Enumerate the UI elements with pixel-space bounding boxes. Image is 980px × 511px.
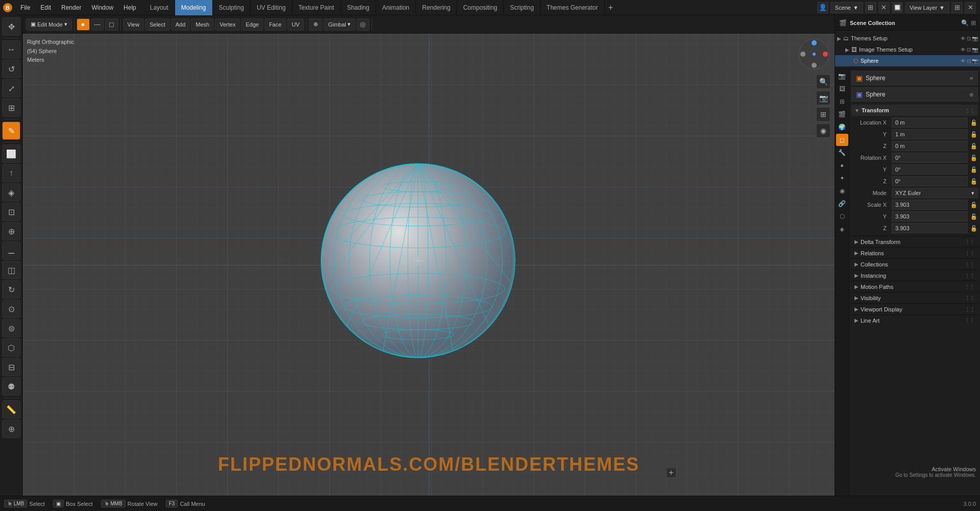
scene-selector[interactable]: Scene ▼ — [830, 2, 863, 13]
image-themes-hide-icon[interactable]: ⊡ — [967, 47, 971, 53]
object-name-field[interactable]: ▣ Sphere ✕ — [851, 71, 978, 85]
rotation-y-input[interactable]: 0° — [892, 164, 968, 175]
location-z-lock-icon[interactable]: 🔓 — [970, 142, 978, 150]
transform-menu-icon[interactable]: ⋮⋮ — [965, 108, 975, 113]
material-props-btn[interactable]: ◈ — [836, 223, 848, 235]
inset-tool-btn[interactable]: ◈ — [2, 183, 20, 202]
scene-sort-icon[interactable]: ⊞ — [971, 19, 976, 27]
scale-tool-btn[interactable]: ⤢ — [2, 79, 20, 98]
bevel-tool-btn[interactable]: ⊡ — [2, 203, 20, 221]
camera-view-btn[interactable]: 📷 — [816, 91, 830, 105]
sphere-hide-icon[interactable]: ⊡ — [967, 58, 971, 64]
smooth-btn[interactable]: ⊙ — [2, 300, 20, 318]
collections-section[interactable]: ▶ Collections ⋮⋮ — [851, 258, 978, 270]
motion-paths-menu-icon[interactable]: ⋮⋮ — [965, 284, 975, 289]
shear-btn[interactable]: ⊟ — [2, 358, 20, 376]
scale-y-lock-icon[interactable]: 🔓 — [970, 212, 978, 221]
rotation-mode-select[interactable]: XYZ Euler ▾ — [892, 188, 978, 198]
add-workspace-tab-button[interactable]: + — [605, 0, 617, 15]
rotation-x-input[interactable]: 0° — [892, 153, 968, 163]
themes-setup-render-icon[interactable]: 📷 — [972, 36, 978, 41]
cursor-tool-btn[interactable]: ✥ — [2, 17, 20, 36]
sphere-render-icon[interactable]: 📷 — [972, 58, 978, 64]
themes-setup-row[interactable]: ▶ 🗂 Themes Setup 👁 ⊡ 📷 — [835, 33, 980, 44]
viewport-display-section[interactable]: ▶ Viewport Display ⋮⋮ — [851, 303, 978, 314]
mesh-name-field[interactable]: ▣ Sphere ⊕ — [851, 87, 978, 102]
image-themes-setup-row[interactable]: ▶ 🖼 Image Themes Setup 👁 ⊡ 📷 — [835, 44, 980, 55]
instancing-section[interactable]: ▶ Instancing ⋮⋮ — [851, 270, 978, 281]
proportional-edit-btn[interactable]: ◎ — [356, 18, 370, 31]
location-y-lock-icon[interactable]: 🔓 — [970, 130, 978, 138]
scale-y-input[interactable]: 3.903 — [892, 211, 968, 222]
line-art-menu-icon[interactable]: ⋮⋮ — [965, 318, 975, 323]
relations-menu-icon[interactable]: ⋮⋮ — [965, 250, 975, 256]
world-props-btn[interactable]: 🌍 — [836, 121, 848, 133]
rip-btn[interactable]: ⚉ — [2, 377, 20, 396]
blender-logo-icon[interactable]: B — [0, 0, 15, 15]
annotate-tool-btn[interactable]: ✎ — [2, 121, 20, 140]
spin-tool-btn[interactable]: ↻ — [2, 280, 20, 299]
location-x-lock-icon[interactable]: 🔓 — [970, 118, 978, 127]
rotation-x-lock-icon[interactable]: 🔓 — [970, 154, 978, 162]
viewport-display-menu-icon[interactable]: ⋮⋮ — [965, 306, 975, 312]
view-menu[interactable]: View — [123, 18, 144, 31]
sphere-row[interactable]: ⬡ Sphere 👁 ⊡ 📷 — [835, 55, 980, 66]
scene-filter-icon[interactable]: 🔍 — [961, 19, 969, 27]
rotation-y-lock-icon[interactable]: 🔓 — [970, 165, 978, 174]
location-x-input[interactable]: 0 m — [892, 117, 968, 128]
modifier-props-btn[interactable]: 🔧 — [836, 147, 848, 159]
gimbal-selector[interactable]: Gimbal ▾ — [324, 18, 355, 31]
object-props-btn[interactable]: ◻ — [836, 134, 848, 146]
to-sphere-btn[interactable]: ⬡ — [2, 338, 20, 357]
uv-menu[interactable]: UV — [287, 18, 304, 31]
nav-right-dot[interactable] — [823, 52, 828, 57]
render-props-btn[interactable]: 📷 — [836, 70, 848, 82]
scale-z-lock-icon[interactable]: 🔓 — [970, 224, 978, 232]
location-y-input[interactable]: 1 m — [892, 129, 968, 139]
visibility-menu-icon[interactable]: ⋮⋮ — [965, 295, 975, 301]
render-menu[interactable]: Render — [56, 0, 86, 15]
top-user-icon[interactable]: 👤 — [817, 2, 828, 13]
delta-transform-menu-icon[interactable]: ⋮⋮ — [965, 239, 975, 245]
transform-tool-btn[interactable]: ⊞ — [2, 99, 20, 117]
object-name-edit-icon[interactable]: ✕ — [969, 76, 973, 81]
image-themes-vis-icon[interactable]: 👁 — [961, 47, 966, 53]
tab-scripting[interactable]: Scripting — [504, 0, 541, 15]
view-layer-selector[interactable]: View Layer ▼ — [905, 2, 949, 13]
delta-transform-section[interactable]: ▶ Delta Transform ⋮⋮ — [851, 236, 978, 247]
move-tool-btn[interactable]: ↔ — [2, 40, 20, 59]
edge-menu[interactable]: Edge — [241, 18, 263, 31]
3d-viewport[interactable]: Right Orthographic (54) Sphere Meters 🔍 … — [23, 34, 835, 496]
snap-btn[interactable]: ⊕ — [309, 18, 323, 31]
render-preview-icon[interactable]: 🔲 — [892, 2, 903, 13]
randomize-btn[interactable]: ⊜ — [2, 319, 20, 337]
nav-left-dot[interactable] — [800, 52, 805, 57]
line-art-section[interactable]: ▶ Line Art ⋮⋮ — [851, 314, 978, 326]
themes-setup-hide-icon[interactable]: ⊡ — [967, 36, 971, 41]
vertex-menu[interactable]: Vertex — [215, 18, 240, 31]
tab-modeling[interactable]: Modeling — [175, 0, 213, 15]
rotation-z-input[interactable]: 0° — [892, 176, 968, 186]
tab-compositing[interactable]: Compositing — [457, 0, 504, 15]
grid-btn[interactable]: ⊞ — [816, 107, 830, 121]
rotation-z-lock-icon[interactable]: 🔓 — [970, 177, 978, 185]
physics-props-btn[interactable]: ◉ — [836, 185, 848, 197]
shader-props-btn[interactable]: ● — [836, 159, 848, 172]
window-menu[interactable]: Window — [86, 0, 118, 15]
tab-rendering[interactable]: Rendering — [416, 0, 457, 15]
rotate-tool-btn[interactable]: ↺ — [2, 60, 20, 78]
tab-themes-generator[interactable]: Themes Generator — [541, 0, 605, 15]
view-layer-props-btn[interactable]: ⊞ — [836, 95, 848, 108]
tab-animation[interactable]: Animation — [376, 0, 416, 15]
relations-section[interactable]: ▶ Relations ⋮⋮ — [851, 247, 978, 258]
mesh-menu[interactable]: Mesh — [191, 18, 214, 31]
extrude-tool-btn[interactable]: ↑ — [2, 164, 20, 182]
instancing-menu-icon[interactable]: ⋮⋮ — [965, 273, 975, 278]
add-object-button[interactable]: + — [666, 468, 676, 478]
face-menu[interactable]: Face — [264, 18, 286, 31]
select-menu[interactable]: Select — [145, 18, 170, 31]
transform-header[interactable]: ▼ Transform ⋮⋮ — [851, 105, 978, 116]
scene-close-icon[interactable]: ✕ — [878, 2, 890, 13]
tab-layout[interactable]: Layout — [144, 0, 175, 15]
scale-x-lock-icon[interactable]: 🔓 — [970, 201, 978, 209]
